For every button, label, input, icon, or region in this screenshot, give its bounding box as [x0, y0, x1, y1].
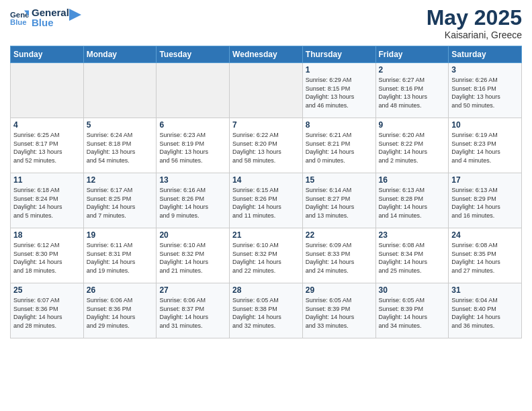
- calendar-cell: 22Sunrise: 6:09 AM Sunset: 8:33 PM Dayli…: [302, 228, 375, 283]
- calendar-cell: 7Sunrise: 6:22 AM Sunset: 8:20 PM Daylig…: [230, 118, 303, 173]
- cell-info: Sunrise: 6:10 AM Sunset: 8:32 PM Dayligh…: [232, 241, 300, 275]
- day-number: 18: [13, 230, 81, 240]
- day-number: 25: [13, 285, 81, 295]
- svg-text:Blue: Blue: [10, 19, 27, 27]
- calendar-cell: 30Sunrise: 6:05 AM Sunset: 8:39 PM Dayli…: [375, 283, 449, 338]
- calendar-week-row: 25Sunrise: 6:07 AM Sunset: 8:36 PM Dayli…: [11, 283, 522, 338]
- calendar-cell: 8Sunrise: 6:21 AM Sunset: 8:21 PM Daylig…: [302, 118, 375, 173]
- cell-info: Sunrise: 6:17 AM Sunset: 8:25 PM Dayligh…: [87, 186, 154, 220]
- day-number: 9: [379, 120, 446, 130]
- weekday-header-tuesday: Tuesday: [157, 46, 230, 63]
- logo-blue: Blue: [32, 17, 69, 28]
- cell-info: Sunrise: 6:05 AM Sunset: 8:39 PM Dayligh…: [379, 296, 446, 330]
- cell-info: Sunrise: 6:10 AM Sunset: 8:32 PM Dayligh…: [159, 241, 226, 275]
- calendar-body: 1Sunrise: 6:29 AM Sunset: 8:15 PM Daylig…: [11, 63, 522, 338]
- header: General Blue General Blue May 2025 Kaisa…: [10, 7, 522, 40]
- weekday-header-thursday: Thursday: [302, 46, 375, 63]
- day-number: 11: [13, 175, 81, 185]
- cell-info: Sunrise: 6:19 AM Sunset: 8:23 PM Dayligh…: [451, 131, 519, 165]
- cell-info: Sunrise: 6:06 AM Sunset: 8:37 PM Dayligh…: [159, 296, 226, 330]
- calendar-cell: [83, 63, 157, 118]
- cell-info: Sunrise: 6:06 AM Sunset: 8:36 PM Dayligh…: [87, 296, 154, 330]
- calendar-cell: 25Sunrise: 6:07 AM Sunset: 8:36 PM Dayli…: [11, 283, 84, 338]
- cell-info: Sunrise: 6:13 AM Sunset: 8:28 PM Dayligh…: [379, 186, 446, 220]
- logo-arrow-icon: [69, 9, 81, 21]
- calendar-cell: [157, 63, 230, 118]
- day-number: 6: [159, 120, 226, 130]
- day-number: 2: [379, 65, 446, 75]
- page: General Blue General Blue May 2025 Kaisa…: [0, 0, 532, 411]
- logo: General Blue General Blue: [10, 7, 81, 29]
- cell-info: Sunrise: 6:05 AM Sunset: 8:38 PM Dayligh…: [232, 296, 300, 330]
- cell-info: Sunrise: 6:13 AM Sunset: 8:29 PM Dayligh…: [451, 186, 519, 220]
- day-number: 4: [13, 120, 81, 130]
- calendar-cell: 20Sunrise: 6:10 AM Sunset: 8:32 PM Dayli…: [157, 228, 230, 283]
- day-number: 17: [451, 175, 519, 185]
- calendar-week-row: 11Sunrise: 6:18 AM Sunset: 8:24 PM Dayli…: [11, 173, 522, 228]
- cell-info: Sunrise: 6:11 AM Sunset: 8:31 PM Dayligh…: [87, 241, 154, 275]
- calendar-cell: 23Sunrise: 6:08 AM Sunset: 8:34 PM Dayli…: [375, 228, 449, 283]
- day-number: 20: [159, 230, 226, 240]
- day-number: 7: [232, 120, 300, 130]
- day-number: 30: [379, 285, 446, 295]
- title-block: May 2025 Kaisariani, Greece: [427, 7, 522, 40]
- weekday-header-row: SundayMondayTuesdayWednesdayThursdayFrid…: [11, 46, 522, 63]
- calendar-cell: 27Sunrise: 6:06 AM Sunset: 8:37 PM Dayli…: [157, 283, 230, 338]
- weekday-header-sunday: Sunday: [11, 46, 84, 63]
- day-number: 31: [451, 285, 519, 295]
- cell-info: Sunrise: 6:08 AM Sunset: 8:34 PM Dayligh…: [379, 241, 446, 275]
- cell-info: Sunrise: 6:08 AM Sunset: 8:35 PM Dayligh…: [451, 241, 519, 275]
- cell-info: Sunrise: 6:29 AM Sunset: 8:15 PM Dayligh…: [306, 76, 373, 109]
- calendar-cell: 21Sunrise: 6:10 AM Sunset: 8:32 PM Dayli…: [230, 228, 303, 283]
- calendar-cell: 31Sunrise: 6:04 AM Sunset: 8:40 PM Dayli…: [449, 283, 522, 338]
- cell-info: Sunrise: 6:27 AM Sunset: 8:16 PM Dayligh…: [379, 76, 446, 109]
- calendar-cell: 16Sunrise: 6:13 AM Sunset: 8:28 PM Dayli…: [375, 173, 449, 228]
- day-number: 29: [306, 285, 373, 295]
- calendar-cell: 4Sunrise: 6:25 AM Sunset: 8:17 PM Daylig…: [11, 118, 84, 173]
- cell-info: Sunrise: 6:04 AM Sunset: 8:40 PM Dayligh…: [451, 296, 519, 330]
- day-number: 21: [232, 230, 300, 240]
- calendar-cell: 2Sunrise: 6:27 AM Sunset: 8:16 PM Daylig…: [375, 63, 449, 118]
- cell-info: Sunrise: 6:16 AM Sunset: 8:26 PM Dayligh…: [159, 186, 226, 220]
- location-subtitle: Kaisariani, Greece: [427, 30, 522, 40]
- cell-info: Sunrise: 6:23 AM Sunset: 8:19 PM Dayligh…: [159, 131, 226, 165]
- weekday-header-monday: Monday: [83, 46, 157, 63]
- cell-info: Sunrise: 6:24 AM Sunset: 8:18 PM Dayligh…: [87, 131, 154, 165]
- cell-info: Sunrise: 6:18 AM Sunset: 8:24 PM Dayligh…: [13, 186, 81, 220]
- day-number: 27: [159, 285, 226, 295]
- day-number: 5: [87, 120, 154, 130]
- day-number: 24: [451, 230, 519, 240]
- calendar-cell: 12Sunrise: 6:17 AM Sunset: 8:25 PM Dayli…: [83, 173, 157, 228]
- weekday-header-friday: Friday: [375, 46, 449, 63]
- weekday-header-saturday: Saturday: [449, 46, 522, 63]
- day-number: 1: [306, 65, 373, 75]
- cell-info: Sunrise: 6:09 AM Sunset: 8:33 PM Dayligh…: [306, 241, 373, 275]
- calendar-cell: 13Sunrise: 6:16 AM Sunset: 8:26 PM Dayli…: [157, 173, 230, 228]
- cell-info: Sunrise: 6:25 AM Sunset: 8:17 PM Dayligh…: [13, 131, 81, 165]
- cell-info: Sunrise: 6:14 AM Sunset: 8:27 PM Dayligh…: [306, 186, 373, 220]
- day-number: 28: [232, 285, 300, 295]
- cell-info: Sunrise: 6:22 AM Sunset: 8:20 PM Dayligh…: [232, 131, 300, 165]
- svg-marker-3: [69, 9, 81, 21]
- cell-info: Sunrise: 6:07 AM Sunset: 8:36 PM Dayligh…: [13, 296, 81, 330]
- day-number: 22: [306, 230, 373, 240]
- month-year-title: May 2025: [427, 7, 522, 28]
- day-number: 13: [159, 175, 226, 185]
- calendar-cell: 5Sunrise: 6:24 AM Sunset: 8:18 PM Daylig…: [83, 118, 157, 173]
- calendar-cell: 28Sunrise: 6:05 AM Sunset: 8:38 PM Dayli…: [230, 283, 303, 338]
- calendar-cell: 18Sunrise: 6:12 AM Sunset: 8:30 PM Dayli…: [11, 228, 84, 283]
- calendar-cell: 17Sunrise: 6:13 AM Sunset: 8:29 PM Dayli…: [449, 173, 522, 228]
- day-number: 3: [451, 65, 519, 75]
- calendar-cell: 11Sunrise: 6:18 AM Sunset: 8:24 PM Dayli…: [11, 173, 84, 228]
- cell-info: Sunrise: 6:21 AM Sunset: 8:21 PM Dayligh…: [306, 131, 373, 165]
- calendar-cell: 14Sunrise: 6:15 AM Sunset: 8:26 PM Dayli…: [230, 173, 303, 228]
- calendar-cell: 10Sunrise: 6:19 AM Sunset: 8:23 PM Dayli…: [449, 118, 522, 173]
- calendar-table: SundayMondayTuesdayWednesdayThursdayFrid…: [10, 46, 522, 338]
- calendar-cell: 3Sunrise: 6:26 AM Sunset: 8:16 PM Daylig…: [449, 63, 522, 118]
- logo-icon: General Blue: [10, 8, 29, 27]
- day-number: 15: [306, 175, 373, 185]
- cell-info: Sunrise: 6:05 AM Sunset: 8:39 PM Dayligh…: [306, 296, 373, 330]
- cell-info: Sunrise: 6:20 AM Sunset: 8:22 PM Dayligh…: [379, 131, 446, 165]
- calendar-cell: 24Sunrise: 6:08 AM Sunset: 8:35 PM Dayli…: [449, 228, 522, 283]
- cell-info: Sunrise: 6:15 AM Sunset: 8:26 PM Dayligh…: [232, 186, 300, 220]
